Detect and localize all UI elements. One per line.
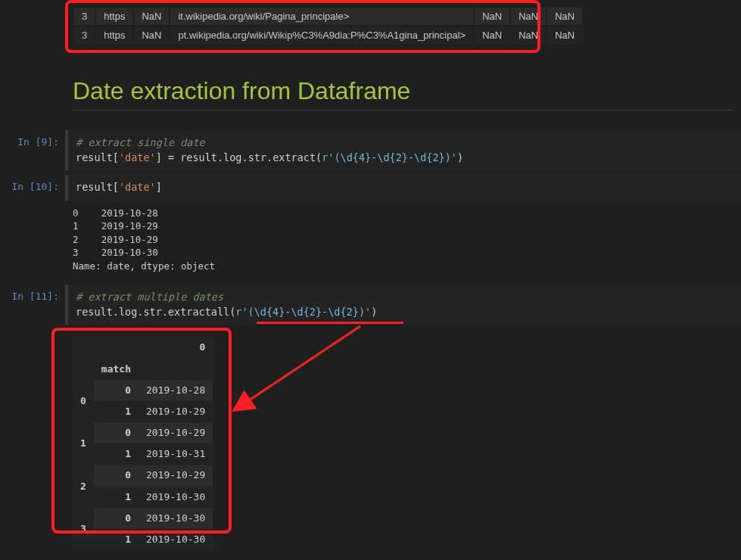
code-cell-11[interactable]: In [11]: # extract multiple dates result… [0,285,741,325]
col-header-blank2 [94,337,139,358]
cell-value: 2019-10-31 [139,443,213,465]
col-header-0: 0 [139,337,213,358]
markdown-content: Date extraction from Dataframe [65,62,741,129]
table-row: 002019-10-28 [73,380,213,401]
dataframe-output: 0 match 002019-10-2812019-10-29102019-10… [65,326,741,558]
prompt-in-11: In [11]: [0,285,65,325]
cell-value: 2019-10-30 [139,508,213,529]
code-string: 'date' [119,151,156,163]
prompt-in-10: In [10]: [0,175,65,201]
cell-value: 2019-10-30 [139,487,213,508]
code-cell-10[interactable]: In [10]: result['date'] [0,175,741,201]
col-header-blank [73,337,94,358]
row-match-index: 0 [94,380,139,401]
col-header-match: match [94,359,139,380]
cell: https [96,26,132,44]
code-token: result[ [76,151,119,163]
svg-line-0 [247,326,360,402]
code-token: ] [156,151,168,163]
row-group-index: 0 [73,380,94,422]
row-group-index: 2 [73,465,94,507]
extractall-dataframe: 0 match 002019-10-2812019-10-29102019-10… [73,337,213,550]
cell: NaN [475,26,509,44]
cell-value: 2019-10-29 [139,401,213,422]
markdown-cell: Date extraction from Dataframe [0,62,741,129]
annotation-red-underline [257,322,403,324]
prompt-empty [0,62,65,129]
annotation-arrow-icon [232,319,383,440]
row-match-index: 1 [94,487,139,508]
code-token: result[ [76,181,119,193]
code-comment: # extract single date [76,136,205,148]
code-operator: = [168,151,174,163]
table-row: 12019-10-30 [73,487,213,508]
row-match-index: 1 [94,401,139,422]
top-dataframe-fragment: 3 https NaN it.wikipedia.org/wiki/Pagina… [65,0,741,62]
cell: NaN [511,8,546,25]
cell: 3 [74,26,95,44]
prompt-out-empty [0,202,65,281]
top-dataframe-rows: 3 https NaN it.wikipedia.org/wiki/Pagina… [73,6,584,45]
code-comment: # extract multiple dates [76,291,223,303]
row-match-index: 0 [94,422,139,443]
code-input[interactable]: # extract single date result['date'] = r… [65,130,741,170]
cell: NaN [475,8,509,25]
code-cell-9[interactable]: In [9]: # extract single date result['da… [0,130,741,170]
table-row: 302019-10-30 [73,508,213,529]
cell: NaN [511,26,546,44]
code-token: result.log.str.extract( [174,151,322,163]
output-cell-10: 0 2019-10-28 1 2019-10-29 2 2019-10-29 3… [0,202,741,281]
text-output: 0 2019-10-28 1 2019-10-29 2 2019-10-29 3… [65,202,741,281]
cell: pt.wikipedia.org/wiki/Wikip%C3%A9dia:P%C… [170,26,473,44]
cell: NaN [134,26,169,44]
cell-value: 2019-10-29 [139,422,213,443]
table-row: 12019-10-31 [73,443,213,465]
code-regex: r'(\d{4}-\d{2}-\d{2})' [322,151,457,163]
col-header-blank3 [73,359,94,380]
table-row: 202019-10-29 [73,465,213,486]
code-token: ) [457,151,463,163]
code-token: result.log.str.extractall( [76,306,235,318]
row-group-index: 1 [73,422,94,465]
cell: NaN [547,8,582,25]
code-input[interactable]: # extract multiple dates result.log.str.… [65,285,741,325]
code-token: ] [156,181,162,193]
cell: 3 [74,8,95,25]
code-token: ) [371,306,377,318]
row-match-index: 0 [94,465,139,486]
table-row: 12019-10-30 [73,529,213,550]
output-cell-11: 0 match 002019-10-2812019-10-29102019-10… [0,326,741,558]
section-heading: Date extraction from Dataframe [73,77,733,110]
cell-value: 2019-10-30 [139,529,213,550]
code-input[interactable]: result['date'] [65,175,741,201]
row-match-index: 1 [94,529,139,550]
prompt-out-empty [0,326,65,558]
table-row: 102019-10-29 [73,422,213,443]
cell-value: 2019-10-28 [139,380,213,401]
cell-value: 2019-10-29 [139,465,213,486]
cell: NaN [134,8,169,25]
row-match-index: 1 [94,443,139,465]
cell: it.wikipedia.org/wiki/Pagina_principale> [170,8,473,25]
cell: https [96,8,132,25]
code-string: 'date' [119,181,156,193]
col-header-blank4 [139,359,213,380]
prompt-in-9: In [9]: [0,130,65,170]
row-group-index: 3 [73,508,94,550]
cell: NaN [547,26,582,44]
table-row: 12019-10-29 [73,401,213,422]
row-match-index: 0 [94,508,139,529]
code-regex: r'(\d{4}-\d{2}-\d{2})' [235,306,371,318]
